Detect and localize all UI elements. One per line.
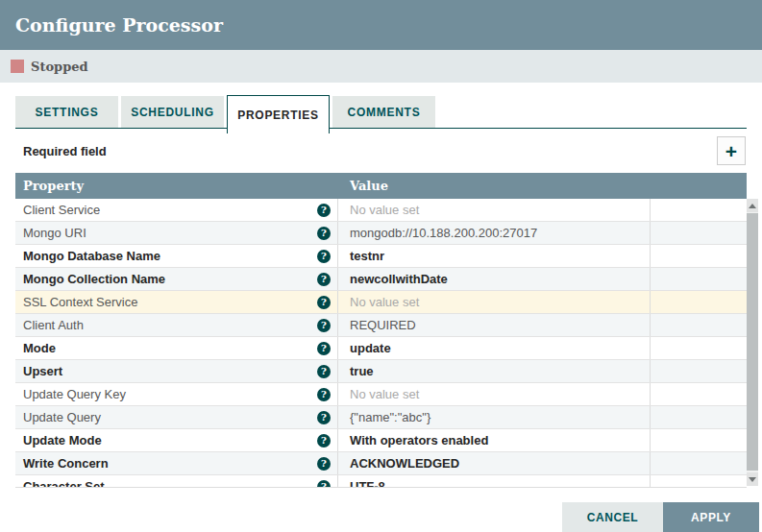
property-value[interactable]: With operators enabled: [338, 429, 651, 451]
required-field-label: Required field: [23, 144, 107, 158]
column-header-property: Property: [23, 179, 338, 193]
help-icon[interactable]: ?: [317, 388, 331, 401]
plus-icon: +: [725, 141, 737, 161]
property-table-header: Property Value: [15, 173, 747, 199]
table-row: Upsert ? true: [15, 360, 747, 383]
row-extra-cell: [651, 406, 747, 428]
tab-comments[interactable]: COMMENTS: [332, 96, 435, 128]
help-icon[interactable]: ?: [317, 411, 331, 424]
table-row: Mongo Collection Name ? newcollwithDate: [15, 268, 747, 291]
scroll-down-button[interactable]: [747, 472, 758, 486]
table-row: Client Auth ? REQUIRED: [15, 314, 747, 337]
property-name: SSL Context Service: [23, 295, 137, 309]
row-extra-cell: [651, 199, 747, 221]
help-icon[interactable]: ?: [317, 227, 331, 240]
help-icon[interactable]: ?: [317, 480, 331, 489]
table-row: Client Service ? No value set: [15, 199, 747, 222]
table-row: Mongo URI ? mongodb://10.188.200.200:270…: [15, 222, 747, 245]
tab-settings[interactable]: SETTINGS: [15, 96, 118, 128]
row-extra-cell: [651, 314, 747, 336]
status-label: Stopped: [31, 60, 88, 74]
property-value[interactable]: mongodb://10.188.200.200:27017: [338, 222, 651, 244]
table-scrollbar[interactable]: [747, 199, 758, 486]
tab-scheduling[interactable]: SCHEDULING: [121, 96, 224, 128]
stopped-state-icon: [11, 60, 24, 73]
help-icon[interactable]: ?: [317, 204, 331, 217]
property-name: Update Query: [23, 410, 101, 424]
help-icon[interactable]: ?: [317, 342, 331, 355]
scroll-down-icon: [749, 477, 756, 482]
tab-properties[interactable]: PROPERTIES: [227, 95, 330, 133]
scrollbar-thumb[interactable]: [747, 213, 758, 471]
help-icon[interactable]: ?: [317, 319, 331, 332]
scroll-up-icon: [749, 204, 756, 208]
apply-button[interactable]: APPLY: [663, 502, 759, 532]
property-name: Update Mode: [23, 433, 102, 447]
scroll-up-button[interactable]: [747, 199, 758, 212]
row-extra-cell: [651, 337, 747, 359]
help-icon[interactable]: ?: [317, 434, 331, 447]
table-row: Mongo Database Name ? testnr: [15, 245, 747, 268]
property-value[interactable]: update: [338, 337, 651, 359]
row-extra-cell: [651, 360, 747, 382]
property-name: Write Concern: [23, 456, 109, 471]
row-extra-cell: [651, 245, 747, 267]
property-name: Client Service: [23, 203, 100, 217]
property-name: Mode: [23, 341, 56, 355]
help-icon[interactable]: ?: [317, 273, 331, 286]
property-name: Client Auth: [23, 318, 84, 332]
row-extra-cell: [651, 222, 747, 244]
table-row: Write Concern ? ACKNOWLEDGED: [15, 452, 747, 475]
table-row: Update Query ? {"name":"abc"}: [15, 406, 747, 429]
property-value[interactable]: newcollwithDate: [338, 268, 651, 290]
table-row: Mode ? update: [15, 337, 747, 360]
row-extra-cell: [651, 475, 747, 488]
table-row: SSL Context Service ? No value set: [15, 291, 747, 314]
add-property-button[interactable]: +: [717, 136, 746, 165]
table-row: Update Mode ? With operators enabled: [15, 429, 747, 452]
property-value[interactable]: testnr: [338, 245, 651, 267]
row-extra-cell: [651, 291, 747, 313]
property-value[interactable]: REQUIRED: [338, 314, 651, 336]
row-extra-cell: [651, 268, 747, 290]
help-icon[interactable]: ?: [317, 296, 331, 309]
row-extra-cell: [651, 429, 747, 451]
column-header-value: Value: [350, 179, 388, 193]
dialog-header: Configure Processor: [0, 0, 762, 50]
property-value[interactable]: {"name":"abc"}: [338, 406, 651, 428]
cancel-button[interactable]: CANCEL: [562, 502, 663, 532]
property-value[interactable]: No value set: [338, 291, 651, 313]
property-value[interactable]: UTF-8: [338, 475, 651, 488]
row-extra-cell: [651, 452, 747, 474]
property-name: Mongo Database Name: [23, 249, 160, 263]
property-value[interactable]: ACKNOWLEDGED: [338, 452, 651, 474]
table-row: Update Query Key ? No value set: [15, 383, 747, 406]
property-value[interactable]: No value set: [338, 383, 651, 405]
property-name: Upsert: [23, 364, 62, 378]
row-extra-cell: [651, 383, 747, 405]
property-name: Update Query Key: [23, 387, 126, 401]
property-value[interactable]: No value set: [338, 199, 651, 221]
table-row: Character Set ? UTF-8: [15, 475, 747, 488]
property-value[interactable]: true: [338, 360, 651, 382]
property-table-body: Client Service ? No value set Mongo URI …: [15, 199, 747, 488]
property-name: Mongo URI: [23, 226, 86, 240]
property-name: Mongo Collection Name: [23, 272, 165, 286]
help-icon[interactable]: ?: [317, 250, 331, 263]
status-bar: Stopped: [0, 50, 762, 83]
help-icon[interactable]: ?: [317, 457, 331, 471]
help-icon[interactable]: ?: [317, 365, 331, 378]
property-name: Character Set: [23, 479, 105, 488]
tab-strip: SETTINGSSCHEDULINGPROPERTIESCOMMENTS: [15, 96, 747, 129]
dialog-title: Configure Processor: [15, 14, 223, 36]
